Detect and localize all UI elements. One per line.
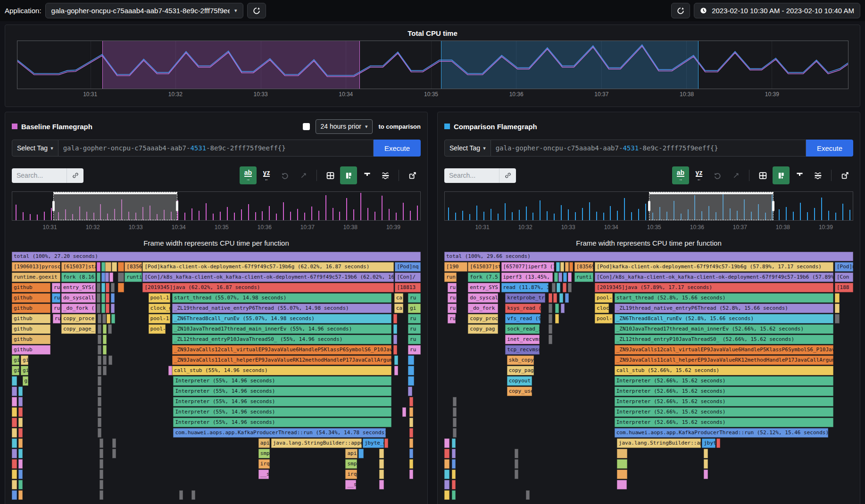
flame-frame[interactable]: run — [444, 273, 457, 282]
flame-frame[interactable] — [444, 449, 449, 458]
flame-frame[interactable] — [109, 273, 113, 282]
undo-button[interactable] — [276, 166, 293, 184]
flame-frame[interactable]: github — [12, 314, 50, 323]
flame-frame[interactable] — [393, 314, 397, 323]
flame-frame[interactable] — [18, 438, 23, 448]
execute-button[interactable]: Execute — [806, 140, 853, 157]
flame-frame[interactable]: Interpreter (55%, 14.96 seconds) — [173, 397, 391, 406]
flame-frame[interactable] — [515, 470, 518, 479]
flame-frame[interactable]: clock — [595, 304, 608, 313]
flame-frame[interactable] — [101, 283, 105, 292]
flame-frame[interactable] — [393, 335, 397, 344]
flame-frame[interactable]: _ZN6Thread8call_runEv (55.07%, 14.98 sec… — [172, 314, 391, 323]
flame-frame[interactable]: tcp_recvmsg — [505, 345, 540, 355]
reset-focus-button[interactable] — [727, 166, 744, 184]
flame-frame[interactable]: irq — [345, 470, 357, 479]
total-cpu-chart[interactable] — [17, 41, 848, 89]
flame-frame[interactable]: copy_user — [507, 387, 532, 396]
flame-frame[interactable]: do_syscall — [61, 293, 96, 303]
flame-frame[interactable]: gi — [21, 366, 28, 375]
flame-frame[interactable]: ru — [408, 345, 421, 355]
flame-frame[interactable]: ru — [408, 314, 421, 323]
flame-frame[interactable]: Interpreter (52.66%, 15.62 seconds) — [615, 397, 834, 406]
flame-frame[interactable] — [557, 283, 560, 292]
flame-frame[interactable] — [98, 418, 101, 427]
flame-frame[interactable] — [12, 490, 17, 500]
flame-frame[interactable]: inet_recvmsg — [505, 335, 540, 344]
flame-frame[interactable]: github — [12, 324, 50, 334]
flame-frame[interactable]: github — [12, 335, 50, 344]
flame-frame[interactable]: runtime.goexit — [12, 273, 60, 282]
flame-frame[interactable]: vfs_read (9. — [505, 314, 541, 323]
selection-handle-left[interactable] — [648, 201, 650, 211]
flame-frame[interactable]: [2019345]java (62.02%, 16.87 seconds) — [142, 283, 393, 292]
flame-frame[interactable] — [102, 314, 106, 323]
flame-frame[interactable]: com.huawei.aops.app.KafkaProducerThread:… — [615, 428, 828, 438]
flame-frame[interactable]: ru — [408, 293, 421, 303]
flame-frame[interactable] — [12, 397, 17, 406]
tag-query-input[interactable]: gala-gopher-oncpu-c75aaab4-aab7-4531-8e9… — [491, 140, 806, 157]
flame-frame[interactable] — [108, 324, 112, 334]
flame-frame[interactable] — [100, 449, 103, 458]
icicle-view-button[interactable] — [791, 166, 808, 184]
flame-frame[interactable]: start_thread (55.07%, 14.98 seconds) — [172, 293, 391, 303]
flame-frame[interactable] — [101, 262, 105, 272]
flame-frame[interactable]: ru — [448, 314, 456, 323]
flame-frame[interactable]: Interpreter (55%, 14.96 seconds) — [173, 418, 391, 427]
flame-frame[interactable]: [190 — [444, 262, 467, 272]
flame-frame[interactable] — [100, 438, 103, 448]
flame-frame[interactable]: api — [345, 449, 358, 458]
flame-frame[interactable] — [105, 273, 109, 282]
flame-frame[interactable] — [97, 273, 100, 282]
timeline-selection[interactable] — [53, 192, 178, 220]
flame-frame[interactable] — [452, 480, 456, 489]
flame-frame[interactable]: Interpreter (55%, 14.96 seconds) — [173, 407, 391, 417]
flame-frame[interactable] — [12, 428, 17, 438]
flame-frame[interactable] — [549, 293, 552, 303]
flame-frame[interactable] — [112, 262, 116, 272]
flame-frame[interactable] — [835, 293, 840, 303]
flame-frame[interactable] — [12, 449, 17, 458]
flame-frame[interactable] — [12, 407, 17, 417]
flame-frame[interactable] — [191, 490, 195, 500]
flame-frame[interactable] — [568, 273, 572, 282]
flame-frame[interactable] — [704, 470, 708, 479]
flame-frame[interactable]: copy_pag — [468, 324, 498, 334]
flame-frame[interactable]: smp — [345, 459, 357, 469]
flame-frame[interactable]: github — [12, 345, 50, 355]
flame-frame[interactable]: ksys_read (9 — [505, 304, 541, 313]
flame-frame[interactable] — [617, 459, 628, 469]
flame-frame[interactable] — [444, 470, 449, 479]
flame-frame[interactable]: do_syscal — [468, 293, 498, 303]
flame-frame[interactable]: sock_read_it — [505, 324, 540, 334]
flame-frame[interactable] — [553, 293, 557, 303]
flame-frame[interactable]: _ZL19thread_native_entryP6Thread (52.8%,… — [615, 304, 834, 313]
flame-frame[interactable] — [18, 449, 23, 458]
flame-frame[interactable]: clock_g — [149, 304, 171, 313]
flame-frame[interactable] — [98, 397, 101, 406]
flame-frame[interactable]: _do_fork — [468, 304, 498, 313]
flame-frame[interactable] — [12, 470, 17, 479]
flame-frame[interactable] — [98, 366, 101, 375]
flame-frame[interactable] — [105, 262, 111, 272]
flame-frame[interactable] — [452, 438, 456, 448]
flame-frame[interactable]: [657077]iperf3 (14. — [501, 262, 555, 272]
flame-frame[interactable] — [100, 470, 103, 479]
flame-frame[interactable] — [98, 355, 101, 365]
time-refresh-button[interactable] — [671, 3, 690, 18]
flame-frame[interactable] — [100, 480, 103, 489]
flame-frame[interactable]: runti — [574, 273, 593, 282]
flame-frame[interactable]: _ZN10JavaThread17thread_main_innerEv (55… — [172, 324, 391, 334]
flame-frame[interactable] — [358, 449, 363, 458]
flame-frame[interactable] — [408, 366, 414, 375]
flame-frame[interactable] — [12, 459, 17, 469]
flame-frame[interactable]: copy_proc — [468, 314, 498, 323]
flame-frame[interactable]: read (11.87%, 3 — [501, 283, 549, 292]
flame-frame[interactable] — [704, 449, 708, 458]
flame-frame[interactable] — [101, 293, 105, 303]
flame-frame[interactable] — [561, 304, 565, 313]
flame-frame[interactable]: total (100%, 27.20 seconds) — [12, 252, 421, 261]
flame-frame[interactable]: github — [12, 304, 50, 313]
flame-frame[interactable] — [444, 480, 449, 489]
flame-frame[interactable] — [560, 262, 564, 272]
